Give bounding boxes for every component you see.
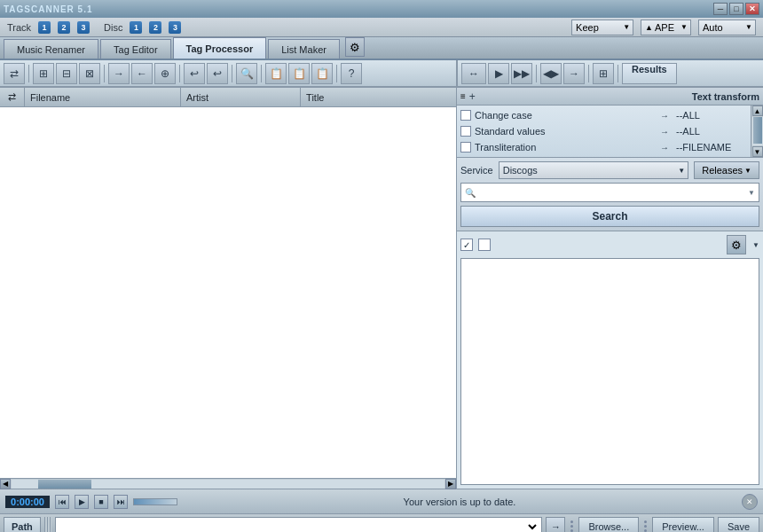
toolbar-btn-undo1[interactable]: ↩ — [184, 63, 205, 84]
file-scrollbar[interactable]: ◀ ▶ — [0, 478, 456, 489]
toolbar-separator-1 — [28, 65, 29, 82]
nav-tabs: Music Renamer Tag Editor Tag Processor L… — [0, 37, 763, 60]
scroll-left-arrow[interactable]: ◀ — [0, 479, 11, 489]
update-close-button[interactable]: ✕ — [742, 494, 758, 510]
toolbar-btn-shuffle[interactable]: ⇄ — [4, 63, 25, 84]
right-toolbar-btn-2[interactable]: ▶ — [488, 63, 509, 84]
track-disc-bar: Track 1 2 3 Disc 1 2 3 Keep ▼ ▲ APE ▼ Au… — [0, 18, 763, 37]
auto-dropdown[interactable]: Auto ▼ — [698, 20, 756, 35]
toolbar-btn-arrow-left[interactable]: ← — [131, 63, 153, 84]
tt-items-wrap: Change case → --ALL Standard values → --… — [457, 106, 751, 157]
tt-label-standard-values: Standard values — [475, 126, 653, 137]
tt-scroll-track[interactable] — [752, 117, 763, 145]
right-toolbar-btn-5[interactable]: → — [563, 63, 585, 84]
toolbar-btn-arrow-right[interactable]: → — [108, 63, 130, 84]
toolbar-separator-5 — [261, 65, 262, 82]
right-toolbar-btn-6[interactable]: ⊞ — [593, 63, 614, 84]
tt-scroll-down-arrow[interactable]: ▼ — [752, 146, 763, 157]
save-button[interactable]: Save — [718, 517, 759, 533]
file-table-header: ⇄ Filename Artist Title — [0, 88, 456, 107]
tab-tag-processor[interactable]: Tag Processor — [173, 37, 267, 59]
search-dropdown-arrow[interactable]: ▼ — [748, 189, 755, 197]
search-input[interactable] — [478, 187, 748, 198]
gear-dropdown-arrow[interactable]: ▼ — [752, 241, 759, 249]
toolbar-btn-grid3[interactable]: ⊠ — [79, 63, 100, 84]
minimize-button[interactable]: ─ — [713, 3, 728, 15]
toolbar-btn-add[interactable]: ⊕ — [154, 63, 176, 84]
result-checkbox-1[interactable] — [460, 239, 473, 251]
tt-add-icon[interactable]: + — [469, 90, 476, 103]
dot-1 — [570, 520, 573, 523]
gear-button[interactable]: ⚙ — [727, 235, 746, 254]
dot-5 — [644, 525, 647, 528]
toolbar-btn-grid1[interactable]: ⊞ — [33, 63, 54, 84]
right-toolbar-sep-1 — [536, 65, 537, 82]
ape-dropdown[interactable]: ▲ APE ▼ — [641, 20, 691, 35]
browse-button[interactable]: Browse... — [578, 517, 639, 533]
toolbar-btn-copy1[interactable]: 📋 — [265, 63, 287, 84]
tt-expand-icon[interactable]: ≡ — [460, 91, 466, 101]
tt-checkbox-transliteration[interactable] — [460, 142, 471, 153]
disc-label: Disc — [104, 22, 122, 33]
spacer-dots — [569, 517, 575, 533]
keep-dropdown[interactable]: Keep ▼ — [571, 20, 633, 35]
maximize-button[interactable]: □ — [729, 3, 743, 15]
left-pane: ⇄ Filename Artist Title ◀ ▶ — [0, 88, 457, 489]
service-section: Service Discogs ▼ Releases ▼ 🔍 ▼ — [457, 158, 763, 231]
toolbar-btn-search[interactable]: 🔍 — [236, 63, 257, 84]
scroll-right-arrow[interactable]: ▶ — [445, 479, 456, 489]
player-stop-btn[interactable]: ■ — [94, 495, 108, 509]
result-checkbox-2[interactable] — [478, 239, 491, 251]
settings-icon-button[interactable]: ⚙ — [345, 37, 365, 57]
toolbar-btn-grid2[interactable]: ⊟ — [56, 63, 77, 84]
path-drag-handle[interactable] — [44, 517, 51, 533]
releases-label: Releases — [702, 165, 743, 176]
service-dropdown[interactable]: Discogs ▼ — [499, 161, 689, 179]
path-label[interactable]: Path — [4, 517, 41, 533]
toolbar-separator-3 — [179, 65, 180, 82]
path-input[interactable] — [58, 518, 540, 533]
results-button[interactable]: Results — [622, 63, 677, 84]
player-next-btn[interactable]: ⏭ — [114, 495, 128, 509]
track-label: Track — [7, 22, 31, 33]
track-num-2: 2 — [58, 21, 70, 34]
tt-scroll-up-arrow[interactable]: ▲ — [752, 106, 763, 116]
tab-music-renamer[interactable]: Music Renamer — [4, 39, 98, 59]
player-play-btn[interactable]: ▶ — [75, 495, 89, 509]
time-display: 0:00:00 — [5, 496, 50, 508]
dot-4 — [644, 520, 647, 523]
right-toolbar-btn-1[interactable]: ↔ — [461, 63, 486, 84]
right-toolbar-btn-3[interactable]: ▶▶ — [511, 63, 532, 84]
tab-tag-editor[interactable]: Tag Editor — [100, 39, 171, 59]
toolbar-btn-help[interactable]: ? — [341, 63, 362, 84]
results-area[interactable] — [460, 258, 759, 485]
tt-arrow-1: → — [660, 111, 669, 121]
volume-slider[interactable] — [133, 498, 177, 505]
tt-checkbox-standard-values[interactable] — [460, 126, 471, 137]
tt-checkbox-change-case[interactable] — [460, 110, 471, 121]
toolbar-btn-copy3[interactable]: 📋 — [311, 63, 333, 84]
right-toolbar-sep-3 — [617, 65, 618, 82]
preview-button[interactable]: Preview... — [652, 517, 714, 533]
file-scroll-track[interactable] — [12, 480, 444, 489]
toolbar-btn-copy2[interactable]: 📋 — [288, 63, 310, 84]
toolbar-separator-2 — [104, 65, 105, 82]
th-artist: Artist — [181, 88, 301, 106]
text-transform-panel: ≡ + Text transform Change case → --ALL — [457, 88, 763, 158]
player-prev-btn[interactable]: ⏮ — [55, 495, 69, 509]
search-button[interactable]: Search — [460, 206, 759, 227]
tab-list-maker[interactable]: List Maker — [268, 39, 340, 59]
right-toolbar-btn-4[interactable]: ◀▶ — [540, 63, 562, 84]
file-scroll-thumb[interactable] — [38, 480, 91, 489]
toolbar-btn-undo2[interactable]: ↩ — [207, 63, 228, 84]
file-table-body[interactable] — [0, 107, 456, 478]
tt-arrow-3: → — [660, 143, 669, 153]
path-go-button[interactable]: → — [546, 517, 565, 533]
close-button[interactable]: ✕ — [745, 3, 759, 15]
releases-button[interactable]: Releases ▼ — [694, 161, 759, 179]
text-transform-header: ≡ + Text transform — [457, 88, 763, 106]
toolbar-separator-4 — [232, 65, 232, 82]
keep-dropdown-arrow: ▼ — [623, 23, 630, 31]
tt-vertical-scrollbar[interactable]: ▲ ▼ — [751, 106, 763, 157]
tt-item-change-case: Change case → --ALL — [460, 107, 747, 123]
